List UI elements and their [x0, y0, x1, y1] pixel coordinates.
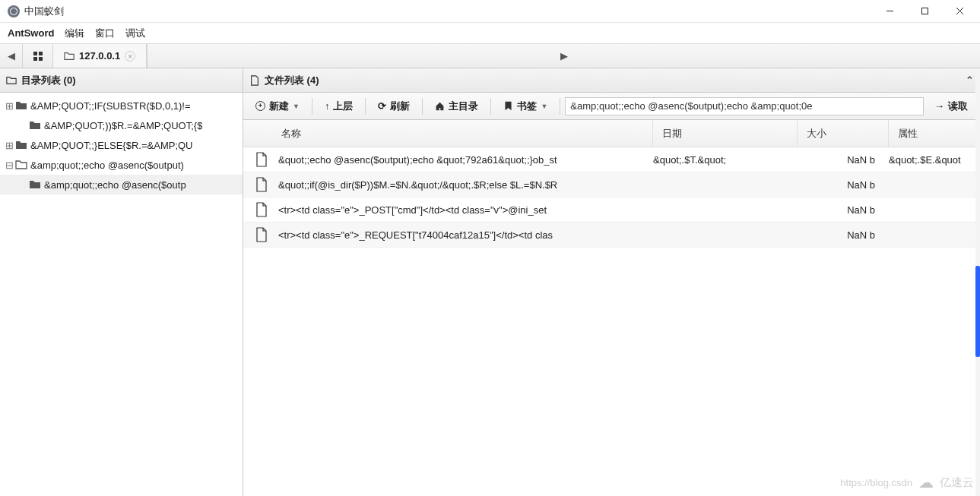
file-table-header: 名称 日期 大小 属性 — [243, 120, 980, 147]
folder-icon — [6, 75, 17, 86]
cloud-icon: ☁ — [918, 473, 934, 491]
minimize-button[interactable] — [872, 0, 907, 23]
directory-panel-title: 目录列表 (0) — [21, 74, 76, 87]
home-button[interactable]: 主目录 — [427, 96, 486, 116]
menu-bar: AntSword 编辑 窗口 调试 — [0, 23, 980, 44]
column-date[interactable]: 日期 — [653, 120, 798, 147]
bookmark-button[interactable]: 书签 ▼ — [496, 96, 555, 116]
cell-attr: &quot;.$E.&quot — [889, 154, 980, 166]
menu-edit[interactable]: 编辑 — [65, 27, 84, 40]
tab-strip: ◀ 127.0.0.1 × ▶ — [0, 44, 980, 68]
svg-rect-6 — [33, 57, 37, 61]
table-row[interactable]: <tr><td class="e">_REQUEST["t74004caf12a… — [243, 223, 980, 248]
tree-item-label: &amp;quot;;echo @asenc($output) — [30, 160, 184, 171]
tree-item[interactable]: ⊞&AMP;QUOT;;}ELSE{$R.=&AMP;QU — [0, 135, 243, 155]
refresh-icon: ⟳ — [378, 100, 386, 112]
menu-window[interactable]: 窗口 — [95, 27, 115, 40]
cell-name: &quot;;if(@is_dir($P))$M.=$N.&quot;/&quo… — [278, 179, 653, 191]
maximize-button[interactable] — [907, 0, 942, 23]
cell-size: NaN b — [798, 229, 889, 241]
up-button[interactable]: ↑ 上层 — [317, 96, 361, 116]
table-row[interactable]: &quot;;echo @asenc($output);echo &quot;7… — [243, 147, 980, 172]
file-panel: 文件列表 (4) ⌃ + 新建 ▼ ↑ 上层 ⟳ 刷新 主目录 — [243, 68, 980, 496]
app-icon — [8, 5, 20, 17]
arrow-up-icon: ↑ — [325, 100, 330, 112]
tree-twisty-icon[interactable]: ⊞ — [3, 100, 15, 112]
tree-item-label: &AMP;QUOT;;IF(SUBSTR($D,0,1)!= — [30, 100, 191, 112]
chevron-down-icon: ▼ — [293, 103, 300, 110]
vertical-scrollbar[interactable] — [975, 68, 980, 496]
tab-label: 127.0.0.1 — [79, 50, 120, 62]
tab-scroll-right[interactable]: ▶ — [147, 44, 980, 68]
directory-panel: 目录列表 (0) ⊞&AMP;QUOT;;IF(SUBSTR($D,0,1)!=… — [0, 68, 243, 496]
cell-size: NaN b — [798, 179, 889, 191]
svg-rect-5 — [39, 52, 43, 55]
file-icon — [254, 152, 269, 167]
close-button[interactable] — [942, 0, 977, 23]
directory-tree[interactable]: ⊞&AMP;QUOT;;IF(SUBSTR($D,0,1)!=&AMP;QUOT… — [0, 93, 243, 496]
column-size[interactable]: 大小 — [798, 120, 889, 147]
watermark: https://blog.csdn ☁ 亿速云 — [840, 473, 974, 491]
folder-icon — [64, 51, 75, 62]
folder-icon — [15, 159, 27, 171]
tree-item-label: &amp;quot;;echo @asenc($outp — [44, 179, 186, 191]
plus-circle-icon: + — [255, 101, 265, 111]
table-row[interactable]: <tr><td class="e">_POST["cmd"]</td><td c… — [243, 197, 980, 223]
window-title: 中国蚁剑 — [24, 5, 64, 18]
folder-icon — [29, 178, 41, 191]
column-attr[interactable]: 属性 — [889, 120, 980, 147]
file-panel-title: 文件列表 (4) — [265, 74, 319, 87]
path-input[interactable] — [565, 97, 924, 115]
file-icon — [249, 75, 260, 86]
scrollbar-thumb[interactable] — [975, 266, 980, 357]
folder-icon — [29, 119, 41, 131]
cell-size: NaN b — [798, 204, 889, 216]
tree-item-label: &AMP;QUOT;))$R.=&AMP;QUOT;{$ — [44, 120, 202, 131]
refresh-button[interactable]: ⟳ 刷新 — [370, 96, 417, 116]
home-icon — [435, 101, 445, 111]
new-button[interactable]: + 新建 ▼ — [248, 96, 307, 116]
file-icon — [254, 227, 269, 242]
tree-twisty-icon[interactable]: ⊟ — [3, 160, 15, 171]
tree-item[interactable]: &amp;quot;;echo @asenc($outp — [0, 175, 243, 194]
menu-antsword[interactable]: AntSword — [8, 27, 54, 39]
file-icon — [254, 177, 269, 192]
bookmark-icon — [503, 101, 513, 111]
cell-date: &quot;.$T.&quot; — [653, 154, 798, 166]
tree-twisty-icon[interactable]: ⊞ — [3, 140, 15, 151]
menu-debug[interactable]: 调试 — [125, 27, 145, 40]
cell-name: <tr><td class="e">_POST["cmd"]</td><td c… — [278, 204, 653, 216]
tab-host[interactable]: 127.0.0.1 × — [53, 44, 147, 68]
directory-panel-header: 目录列表 (0) — [0, 68, 243, 93]
window-titlebar: 中国蚁剑 — [0, 0, 980, 23]
column-name[interactable]: 名称 — [243, 120, 653, 147]
file-toolbar: + 新建 ▼ ↑ 上层 ⟳ 刷新 主目录 书签 ▼ — [243, 93, 980, 120]
tree-item[interactable]: ⊟&amp;quot;;echo @asenc($output) — [0, 155, 243, 175]
cell-name: <tr><td class="e">_REQUEST["t74004caf12a… — [278, 229, 653, 241]
tree-item-label: &AMP;QUOT;;}ELSE{$R.=&AMP;QU — [30, 140, 193, 151]
cell-name: &quot;;echo @asenc($output);echo &quot;7… — [278, 154, 653, 166]
table-row[interactable]: &quot;;if(@is_dir($P))$M.=$N.&quot;/&quo… — [243, 172, 980, 197]
svg-rect-1 — [921, 8, 928, 14]
read-button[interactable]: → 读取 — [927, 96, 975, 116]
folder-icon — [15, 100, 27, 112]
tree-item[interactable]: &AMP;QUOT;))$R.=&AMP;QUOT;{$ — [0, 115, 243, 135]
file-panel-header: 文件列表 (4) ⌃ — [243, 68, 980, 93]
tab-scroll-left[interactable]: ◀ — [0, 44, 23, 68]
svg-rect-7 — [39, 57, 43, 61]
cell-size: NaN b — [798, 154, 889, 166]
svg-rect-4 — [33, 52, 37, 55]
arrow-right-icon: → — [934, 100, 944, 112]
tab-grid-button[interactable] — [23, 44, 53, 68]
file-icon — [254, 202, 269, 217]
tree-item[interactable]: ⊞&AMP;QUOT;;IF(SUBSTR($D,0,1)!= — [0, 96, 243, 115]
tab-close-icon[interactable]: × — [125, 51, 135, 62]
chevron-down-icon: ▼ — [541, 103, 547, 110]
panel-collapse-icon[interactable]: ⌃ — [966, 74, 974, 86]
file-table-body: &quot;;echo @asenc($output);echo &quot;7… — [243, 147, 980, 496]
folder-icon — [15, 139, 27, 151]
